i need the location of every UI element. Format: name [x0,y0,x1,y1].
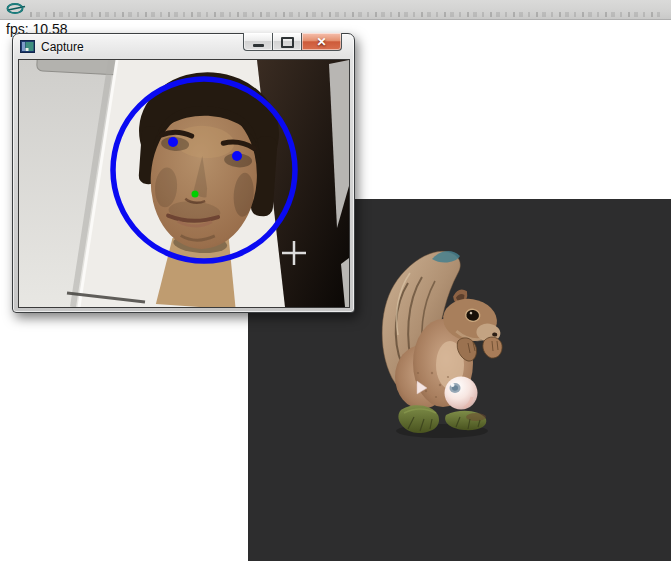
app-logo-icon[interactable] [5,2,27,15]
blurred-background-text [30,12,660,17]
capture-window-titlebar[interactable]: Capture ✕ [13,34,354,59]
close-button[interactable]: ✕ [301,33,342,51]
maximize-icon [281,37,294,48]
webcam-frame [19,60,349,307]
maximize-button[interactable] [272,33,301,51]
minimize-button[interactable] [243,33,272,51]
top-toolbar [0,0,671,20]
shiny-sphere [445,377,478,410]
window-title: Capture [41,40,84,54]
capture-window-icon [20,40,35,53]
minimize-icon [253,44,264,47]
window-controls: ✕ [243,33,342,51]
left-eye-marker [168,137,178,147]
capture-window: Capture ✕ [12,33,355,313]
webcam-video-area[interactable] [18,59,350,308]
squirrel-3d-model [380,245,520,440]
desktop: fps: 10.58 [0,0,671,561]
close-icon: ✕ [316,34,326,50]
right-eye-marker [232,151,242,161]
nose-marker [192,191,199,198]
